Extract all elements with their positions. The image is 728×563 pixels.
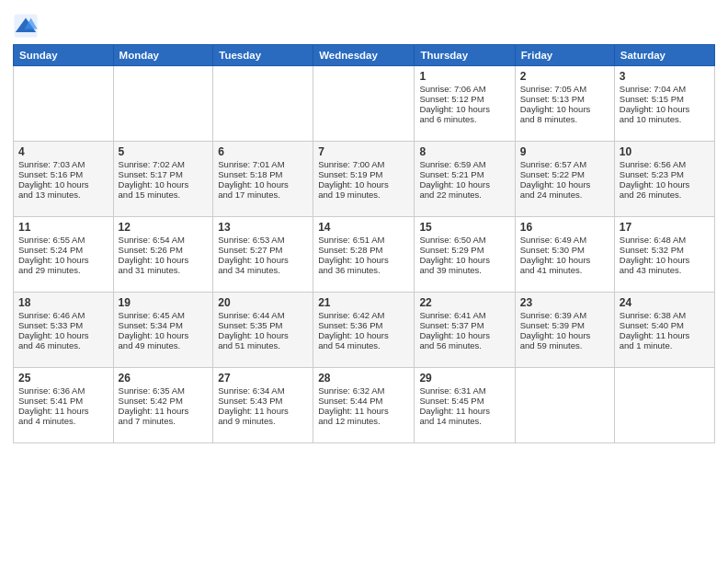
calendar-cell: 1Sunrise: 7:06 AMSunset: 5:12 PMDaylight… [415,66,515,142]
calendar-cell: 12Sunrise: 6:54 AMSunset: 5:26 PMDayligh… [113,217,213,293]
day-info-line: Daylight: 10 hours [18,255,108,265]
day-info-line: Sunset: 5:33 PM [18,320,108,330]
day-info-line: Daylight: 10 hours [119,179,209,190]
day-info-line: and 46 minutes. [18,340,108,350]
calendar-cell: 10Sunrise: 6:56 AMSunset: 5:23 PMDayligh… [614,142,714,217]
day-header-friday: Friday [515,45,614,66]
day-info-line: Daylight: 10 hours [520,179,609,190]
day-info-line: Daylight: 10 hours [318,255,409,265]
calendar-cell: 21Sunrise: 6:42 AMSunset: 5:36 PMDayligh… [313,293,415,368]
calendar-cell: 8Sunrise: 6:59 AMSunset: 5:21 PMDaylight… [415,142,515,217]
day-header-monday: Monday [113,45,213,66]
calendar-cell [213,66,313,142]
day-number: 14 [318,221,409,234]
day-info-line: Sunset: 5:26 PM [119,245,209,255]
day-info-line: Daylight: 10 hours [119,330,209,340]
day-info-line: Sunrise: 6:38 AM [620,310,710,320]
day-info-line: Daylight: 10 hours [520,104,609,114]
calendar-cell: 29Sunrise: 6:31 AMSunset: 5:45 PMDayligh… [415,368,515,443]
day-info-line: Daylight: 10 hours [318,330,409,340]
day-number: 25 [18,372,108,385]
day-info-line: Sunset: 5:12 PM [419,94,509,104]
calendar-cell: 19Sunrise: 6:45 AMSunset: 5:34 PMDayligh… [113,293,213,368]
calendar-cell [614,368,714,443]
day-info-line: Sunrise: 6:34 AM [218,385,308,396]
calendar-week-2: 4Sunrise: 7:03 AMSunset: 5:16 PMDaylight… [14,142,715,217]
day-info-line: Daylight: 11 hours [218,406,308,416]
day-number: 26 [119,372,209,385]
day-number: 13 [218,221,308,234]
day-info-line: Sunset: 5:22 PM [520,169,609,179]
day-info-line: Daylight: 10 hours [620,255,710,265]
day-info-line: Sunset: 5:30 PM [520,245,609,255]
calendar-cell: 13Sunrise: 6:53 AMSunset: 5:27 PMDayligh… [213,217,313,293]
day-info-line: Sunset: 5:29 PM [419,245,509,255]
day-info-line: and 26 minutes. [620,190,710,200]
day-info-line: Sunrise: 7:04 AM [620,84,710,94]
day-number: 15 [419,221,509,234]
day-info-line: Daylight: 11 hours [119,406,209,416]
page: SundayMondayTuesdayWednesdayThursdayFrid… [0,0,728,563]
day-number: 5 [119,145,209,158]
day-info-line: Daylight: 11 hours [18,406,108,416]
day-info-line: Sunset: 5:41 PM [18,396,108,406]
day-info-line: Sunset: 5:17 PM [119,169,209,179]
day-info-line: Sunrise: 6:53 AM [218,235,308,245]
day-info-line: Sunrise: 6:31 AM [419,385,509,396]
calendar-table: SundayMondayTuesdayWednesdayThursdayFrid… [13,44,715,443]
day-number: 23 [520,296,609,309]
day-info-line: Daylight: 10 hours [620,179,710,190]
day-info-line: and 43 minutes. [620,265,710,275]
logo [13,13,40,39]
day-info-line: Daylight: 10 hours [419,330,509,340]
day-info-line: Sunrise: 6:56 AM [620,159,710,169]
day-info-line: Sunrise: 6:55 AM [18,235,108,245]
day-header-sunday: Sunday [14,45,114,66]
day-info-line: Daylight: 11 hours [620,330,710,340]
calendar-cell: 14Sunrise: 6:51 AMSunset: 5:28 PMDayligh… [313,217,415,293]
day-number: 4 [18,145,108,158]
calendar-cell: 25Sunrise: 6:36 AMSunset: 5:41 PMDayligh… [14,368,114,443]
day-number: 22 [419,296,509,309]
day-number: 20 [218,296,308,309]
day-info-line: Sunrise: 7:06 AM [419,84,509,94]
day-number: 12 [119,221,209,234]
day-info-line: Daylight: 10 hours [419,179,509,190]
day-info-line: Daylight: 10 hours [620,104,710,114]
day-info-line: Sunrise: 6:45 AM [119,310,209,320]
day-number: 17 [620,221,710,234]
day-info-line: Daylight: 10 hours [218,330,308,340]
day-info-line: Sunrise: 6:41 AM [419,310,509,320]
calendar-cell: 11Sunrise: 6:55 AMSunset: 5:24 PMDayligh… [14,217,114,293]
day-info-line: and 54 minutes. [318,340,409,350]
day-info-line: Sunset: 5:21 PM [419,169,509,179]
logo-icon [13,13,39,39]
day-info-line: and 41 minutes. [520,265,609,275]
day-info-line: and 24 minutes. [520,190,609,200]
day-info-line: Sunrise: 6:48 AM [620,235,710,245]
day-info-line: Sunset: 5:28 PM [318,245,409,255]
day-number: 19 [119,296,209,309]
day-info-line: Sunrise: 6:39 AM [520,310,609,320]
day-info-line: Sunset: 5:32 PM [620,245,710,255]
calendar-header-row: SundayMondayTuesdayWednesdayThursdayFrid… [14,45,715,66]
day-info-line: and 10 minutes. [620,114,710,124]
day-info-line: Sunrise: 6:32 AM [318,385,409,396]
day-info-line: Sunset: 5:16 PM [18,169,108,179]
day-info-line: Sunrise: 6:50 AM [419,235,509,245]
day-info-line: Daylight: 10 hours [520,255,609,265]
day-info-line: Sunset: 5:19 PM [318,169,409,179]
day-number: 6 [218,145,308,158]
day-info-line: and 13 minutes. [18,190,108,200]
day-info-line: and 39 minutes. [419,265,509,275]
calendar-cell: 27Sunrise: 6:34 AMSunset: 5:43 PMDayligh… [213,368,313,443]
calendar-cell: 15Sunrise: 6:50 AMSunset: 5:29 PMDayligh… [415,217,515,293]
day-header-wednesday: Wednesday [313,45,415,66]
day-info-line: Daylight: 10 hours [18,330,108,340]
day-info-line: and 31 minutes. [119,265,209,275]
calendar-week-5: 25Sunrise: 6:36 AMSunset: 5:41 PMDayligh… [14,368,715,443]
calendar-cell: 4Sunrise: 7:03 AMSunset: 5:16 PMDaylight… [14,142,114,217]
day-info-line: and 59 minutes. [520,340,609,350]
header [13,9,715,39]
day-info-line: Daylight: 10 hours [218,255,308,265]
